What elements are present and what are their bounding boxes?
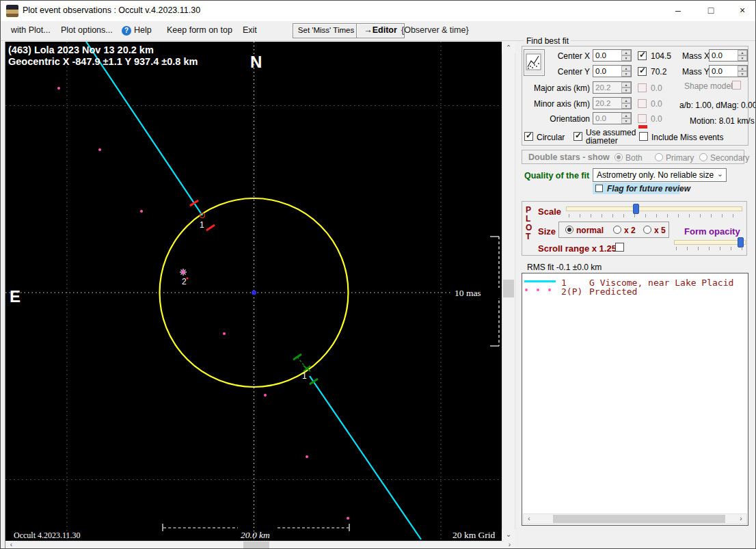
size-label: Size xyxy=(538,226,556,237)
use-assumed-diameter-checkbox[interactable] xyxy=(573,132,582,141)
size-normal-radio[interactable] xyxy=(565,226,573,234)
find-best-fit-label: Find best fit xyxy=(524,36,571,46)
east-label: E xyxy=(10,287,21,306)
small-dot xyxy=(187,278,189,280)
opacity-slider-track[interactable] xyxy=(674,240,746,245)
motion-label: Motion: 8.01 km/s xyxy=(690,116,755,126)
predicted-dot xyxy=(140,210,143,213)
chord-line xyxy=(310,376,421,539)
minimize-button[interactable]: – xyxy=(662,1,694,21)
predicted-dot xyxy=(264,394,267,397)
size-x2-label: x 2 xyxy=(624,226,636,235)
menu-plot-options[interactable]: Plot options... xyxy=(61,25,113,35)
spinner-down-button[interactable]: ▼ xyxy=(738,71,747,77)
chord-line xyxy=(293,354,301,360)
center-y-spinner[interactable]: 0.0 ▲▼ xyxy=(593,65,632,77)
close-button[interactable]: × xyxy=(727,1,756,21)
mas-scale-label: 10 mas xyxy=(455,288,481,298)
size-x5-radio[interactable] xyxy=(643,226,651,234)
flag-review-label: Flag for future review xyxy=(607,184,690,193)
rms-fit-label: RMS fit -0.1 ±0.0 km xyxy=(527,263,602,272)
mass-x-label: Mass X xyxy=(682,51,710,61)
menu-exit[interactable]: Exit xyxy=(243,25,257,35)
fit-center-x-checkbox[interactable] xyxy=(638,51,647,60)
chord-number-label: 1 xyxy=(302,371,307,381)
chord-sample-line xyxy=(524,280,556,282)
scale-slider-track[interactable] xyxy=(566,206,742,211)
plot-title-line2: Geocentric X -847.9 ±1.1 Y 937.4 ±0.8 km xyxy=(8,56,198,67)
spinner-up-button[interactable]: ▲ xyxy=(738,66,747,71)
spinner-down-button[interactable]: ▼ xyxy=(738,55,747,61)
chord-line xyxy=(206,225,215,230)
help-icon: ? xyxy=(122,26,131,36)
plot-vscroll-thumb[interactable] xyxy=(503,280,514,297)
plot-canvas[interactable]: 112 10 mas 20.0 km Occult 4.2 xyxy=(5,42,502,541)
use-assumed-label-2: diameter xyxy=(586,136,618,146)
scroll-right-arrow[interactable]: › xyxy=(504,541,515,549)
maximize-button[interactable]: □ xyxy=(695,1,727,21)
spinner-up-button[interactable]: ▲ xyxy=(738,50,747,55)
spinner-up-button: ▲ xyxy=(621,82,631,88)
scroll-right-arrow[interactable]: › xyxy=(735,514,746,524)
fit-center-y-checkbox[interactable] xyxy=(638,67,647,76)
north-label: N xyxy=(250,53,262,71)
spinner-down-button[interactable]: ▼ xyxy=(621,55,631,61)
grid-size-label: 20 km Grid xyxy=(453,530,495,540)
flag-review-checkbox[interactable] xyxy=(595,185,603,192)
spinner-down-button[interactable]: ▼ xyxy=(621,71,631,77)
version-label: Occult 4.2023.11.30 xyxy=(14,531,81,540)
double-primary-label: Primary xyxy=(666,153,694,163)
list-hscroll-thumb[interactable] xyxy=(553,515,725,523)
chord-number-label: 1 xyxy=(200,220,204,230)
observer-list[interactable] xyxy=(522,273,748,526)
size-x5-label: x 5 xyxy=(654,226,666,235)
mass-y-spinner[interactable]: 0.0 ▲▼ xyxy=(709,65,748,77)
minor-axis-spinner[interactable]: 20.2 ▲▼ xyxy=(593,97,632,109)
spinner-up-button[interactable]: ▲ xyxy=(621,66,631,71)
plot-letter-l: L xyxy=(526,214,530,224)
plot-title-line1: (463) Lola 2023 Nov 13 20.2 km xyxy=(8,44,154,55)
predicted-sample-dot xyxy=(537,289,539,291)
menu-keep-on-top[interactable]: Keep form on top xyxy=(167,25,232,35)
fit-minor-checkbox xyxy=(638,99,647,108)
spinner-up-button[interactable]: ▲ xyxy=(621,50,631,55)
major-axis-spinner[interactable]: 20.2 ▲▼ xyxy=(593,81,632,94)
editor-button[interactable]: →Editor xyxy=(356,23,405,38)
center-x-spinner[interactable]: 0.0 ▲▼ xyxy=(593,49,632,62)
fit-major-checkbox xyxy=(638,83,647,92)
plot-hscroll-thumb[interactable] xyxy=(243,541,269,549)
menu-help[interactable]: Help xyxy=(134,25,152,35)
scroll-down-arrow[interactable]: ⌄ xyxy=(502,529,515,541)
menu-with-plot[interactable]: with Plot... xyxy=(11,25,51,35)
scale-label: Scale xyxy=(538,206,561,217)
size-x2-radio[interactable] xyxy=(613,226,621,234)
scroll-up-arrow[interactable]: ⌃ xyxy=(502,42,515,53)
circular-label: Circular xyxy=(537,133,565,142)
scroll-range-checkbox[interactable] xyxy=(615,243,624,252)
quality-dropdown[interactable]: Astrometry only. No reliable size ⌄ xyxy=(593,168,727,182)
ab-dmag-label: a/b: 1.00, dMag: 0.00 xyxy=(679,101,756,110)
fit-center-y-value: 70.2 xyxy=(651,67,666,77)
double-secondary-radio xyxy=(699,153,707,161)
observer-row-name[interactable]: Predicted xyxy=(589,286,637,297)
circular-checkbox[interactable] xyxy=(524,132,533,141)
scroll-left-arrow[interactable]: ‹ xyxy=(524,514,535,524)
double-both-radio xyxy=(615,153,623,161)
predicted-sample-dot xyxy=(548,289,551,291)
observer-row-num[interactable]: 2(P) xyxy=(561,286,582,297)
scroll-left-arrow[interactable]: ‹ xyxy=(5,541,17,549)
opacity-slider-thumb[interactable] xyxy=(738,237,744,247)
set-miss-times-button[interactable]: Set 'Miss' Times xyxy=(293,23,360,38)
spinner-down-button: ▼ xyxy=(621,103,631,109)
scale-slider-thumb[interactable] xyxy=(633,204,639,214)
mass-x-spinner[interactable]: 0.0 ▲▼ xyxy=(709,49,748,62)
miss-chord-sample xyxy=(638,124,647,129)
center-y-label: Center Y xyxy=(548,67,590,77)
include-miss-events-checkbox[interactable] xyxy=(639,132,648,141)
fit-minor-value: 0.0 xyxy=(651,99,662,109)
title-bar: Plot event observations : Occult v.4.202… xyxy=(1,1,755,22)
find-best-fit-button[interactable] xyxy=(524,49,545,76)
predicted-dot xyxy=(347,517,349,520)
predicted-dot xyxy=(57,87,60,90)
orientation-spinner[interactable]: 0.0 ▲▼ xyxy=(593,112,632,124)
